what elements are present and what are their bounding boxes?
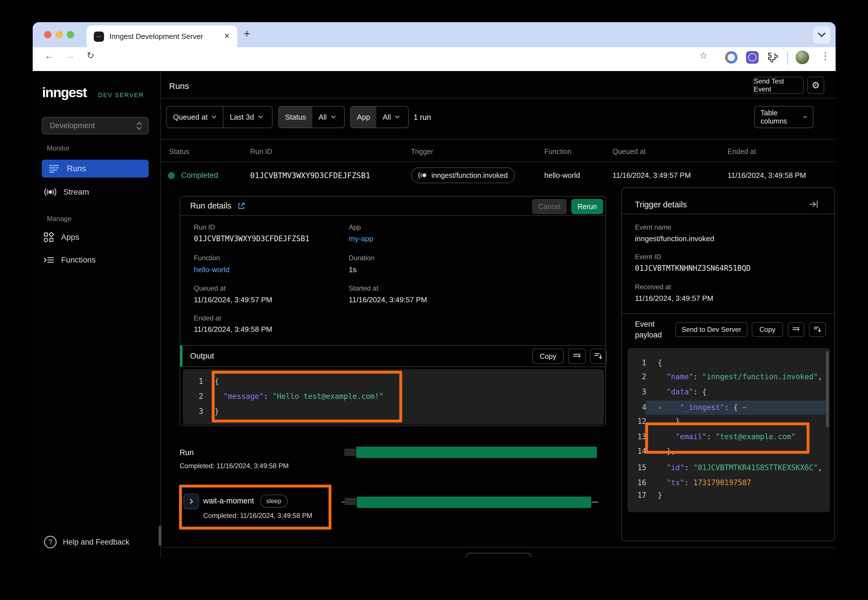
- chevron-down-icon: [258, 115, 263, 119]
- back-icon[interactable]: ←: [45, 51, 54, 61]
- app-filter[interactable]: App All: [350, 106, 409, 128]
- word-wrap-button[interactable]: [568, 348, 586, 364]
- help-and-feedback[interactable]: ? Help and Feedback: [42, 533, 155, 551]
- output-accent-bar: [180, 345, 182, 367]
- sidebar-item-functions[interactable]: Functions: [42, 252, 149, 268]
- sidebar-item-runs[interactable]: Runs: [42, 160, 149, 177]
- forward-icon[interactable]: →: [66, 51, 75, 61]
- tab-title: Inngest Development Server: [109, 32, 203, 41]
- run-id-label: Run ID: [194, 223, 215, 231]
- word-wrap-icon: [792, 326, 800, 333]
- app-filter-value-seg[interactable]: All: [376, 106, 406, 127]
- payload-copy-button[interactable]: Copy: [752, 322, 783, 337]
- sidebar-item-apps-label: Apps: [61, 233, 79, 242]
- time-field-value: Queued at: [173, 113, 208, 121]
- event-name-label: Event name: [635, 223, 671, 231]
- time-field-selector[interactable]: Queued at: [167, 106, 223, 127]
- row-run-id[interactable]: 01JCVBTMV3WXY9D3CFDEJFZSB1: [250, 171, 370, 180]
- code-line: 16 "ts": 1731790197587: [633, 478, 751, 488]
- browser-window: ⋯ Inngest Development Server ✕ + ← → ↻ i…: [33, 22, 836, 558]
- rerun-label: Rerun: [578, 203, 597, 211]
- tab-search-button[interactable]: [813, 26, 830, 44]
- step-expand-button[interactable]: [184, 494, 199, 509]
- row-queued-at: 11/16/2024, 3:49:57 PM: [613, 171, 691, 180]
- app-filter-label-seg: App: [351, 106, 376, 127]
- step-bar-right-tick: [592, 502, 598, 503]
- duration-value: 1s: [349, 265, 357, 274]
- duration-label: Duration: [349, 254, 375, 262]
- maximize-window-button[interactable]: [67, 31, 74, 38]
- filters-divider: [161, 139, 836, 140]
- event-id-value: 01JCVBTMTKNHNHZ3SN64R51BQD: [635, 264, 751, 273]
- avatar[interactable]: [795, 51, 809, 64]
- run-count: 1 run: [414, 113, 431, 122]
- trigger-badge[interactable]: inngest/function.invoked: [411, 167, 515, 183]
- collapse-panel-icon[interactable]: [809, 200, 819, 209]
- scroll-to-bottom-button[interactable]: [590, 348, 607, 364]
- minimize-window-button[interactable]: [55, 31, 63, 38]
- status-filter[interactable]: Status All: [278, 106, 345, 128]
- run-timeline-bar[interactable]: [356, 447, 597, 458]
- dev-server-badge: DEV SERVER: [98, 91, 144, 99]
- time-range-selector[interactable]: Last 3d: [223, 106, 269, 127]
- chevron-down-icon: [331, 115, 336, 119]
- event-invoke-icon: [418, 171, 428, 179]
- sidebar-item-stream[interactable]: Stream: [42, 183, 149, 201]
- table-columns-button[interactable]: Table columns: [754, 106, 813, 128]
- payload-copy-label: Copy: [759, 326, 775, 333]
- close-window-button[interactable]: [44, 31, 52, 38]
- settings-button[interactable]: ⚙: [807, 77, 824, 94]
- time-field-filter[interactable]: Queued at Last 3d: [166, 106, 273, 128]
- rerun-button[interactable]: Rerun: [571, 199, 603, 214]
- extensions-puzzle-icon[interactable]: [767, 51, 780, 63]
- send-to-dev-server-button[interactable]: Send to Dev Server: [675, 322, 748, 337]
- fold-chevron-icon[interactable]: ›: [658, 403, 662, 412]
- sidebar: inngest DEV SERVER Development Monitor R…: [33, 71, 161, 558]
- sidebar-item-runs-label: Runs: [67, 164, 86, 173]
- event-payload-label-2: payload: [635, 331, 662, 339]
- sidebar-divider: [160, 71, 161, 558]
- browser-menu-kebab-icon[interactable]: ⋮: [821, 50, 830, 61]
- payload-word-wrap-button[interactable]: [788, 322, 804, 337]
- payload-section-divider: [622, 314, 835, 314]
- payload-code-block: 1{ 2 "name": "inngest/function.invoked",…: [628, 348, 830, 512]
- browser-tab[interactable]: ⋯ Inngest Development Server ✕: [86, 26, 237, 47]
- purple-extension-icon[interactable]: [746, 51, 759, 64]
- col-status: Status: [169, 147, 189, 156]
- sidebar-item-apps[interactable]: Apps: [42, 229, 149, 246]
- cancel-button[interactable]: Cancel: [532, 199, 567, 214]
- panel-header-divider: [622, 214, 835, 214]
- step-timeline-bar[interactable]: [357, 497, 591, 508]
- chevron-right-icon: [189, 498, 193, 505]
- bookmark-star-icon[interactable]: ☆: [700, 50, 708, 61]
- chevron-down-icon: [818, 33, 826, 37]
- step-name[interactable]: wait-a-moment: [203, 497, 254, 505]
- external-link-icon[interactable]: [237, 202, 246, 210]
- environment-select-value: Development: [50, 121, 95, 130]
- clipped-bottom-button[interactable]: [466, 553, 531, 558]
- scrollbar-thumb[interactable]: [159, 526, 161, 546]
- output-copy-button[interactable]: Copy: [532, 348, 564, 364]
- app-link[interactable]: my-app: [349, 234, 373, 243]
- reload-icon[interactable]: ↻: [86, 50, 94, 61]
- status-filter-value-seg[interactable]: All: [313, 106, 342, 127]
- payload-scrollbar-thumb[interactable]: [826, 351, 829, 427]
- new-tab-button[interactable]: +: [244, 27, 250, 40]
- status-filter-label-seg: Status: [279, 106, 313, 127]
- function-link[interactable]: hello-world: [194, 265, 230, 274]
- run-details-card: Run details Cancel Rerun Run ID 01JCVBTM…: [180, 196, 606, 426]
- col-run-id: Run ID: [250, 147, 272, 156]
- send-test-event-button[interactable]: Send Test Event: [753, 77, 804, 94]
- send-to-dev-server-label: Send to Dev Server: [681, 326, 741, 333]
- status-dot: [168, 172, 175, 179]
- send-test-event-label: Send Test Event: [754, 77, 803, 93]
- payload-scroll-bottom-button[interactable]: [809, 322, 826, 337]
- received-at-value: 11/16/2024, 3:49:57 PM: [635, 294, 713, 303]
- password-extension-icon[interactable]: [725, 51, 737, 64]
- code-line: 17}: [633, 490, 662, 500]
- sidebar-item-functions-label: Functions: [61, 255, 96, 265]
- status-filter-value: All: [319, 113, 327, 121]
- app-label: App: [349, 223, 361, 231]
- close-tab-icon[interactable]: ✕: [224, 32, 230, 40]
- environment-select[interactable]: Development: [42, 117, 149, 134]
